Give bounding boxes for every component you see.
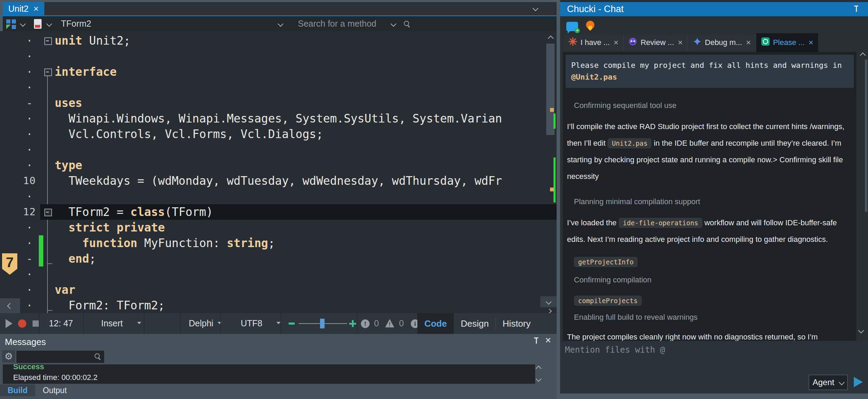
new-chat-icon[interactable]: + bbox=[566, 22, 578, 31]
gutter-marker: · bbox=[20, 33, 39, 48]
chat-tab-ihave[interactable]: I have ...× bbox=[564, 35, 623, 51]
user-message-text: Please compile my project and fix all hi… bbox=[571, 60, 848, 71]
zoom-slider-thumb[interactable] bbox=[320, 319, 325, 328]
message-line[interactable]: Elapsed time: 00:00:02.2 bbox=[13, 372, 535, 383]
gutter-marker: · bbox=[20, 282, 39, 298]
fold-collapse-icon[interactable] bbox=[44, 209, 52, 216]
flame-icon[interactable] bbox=[586, 21, 595, 32]
language-dropdown-icon[interactable] bbox=[218, 322, 222, 326]
chat-input-area[interactable]: Mention files with @ Agent bbox=[560, 341, 868, 393]
editor-scroll-right-button[interactable] bbox=[542, 309, 556, 313]
gutter-marker: · bbox=[20, 80, 39, 95]
code-editor[interactable]: ·unit Unit2;··interface·-uses· Winapi.Wi… bbox=[0, 31, 557, 313]
fold-collapse-icon[interactable] bbox=[44, 37, 52, 45]
tool-call-chip[interactable]: compileProjects bbox=[574, 296, 642, 306]
language-selector[interactable]: Delphi bbox=[189, 318, 213, 328]
encoding-dropdown-icon[interactable] bbox=[276, 322, 281, 326]
insert-mode-dropdown-icon[interactable] bbox=[137, 322, 141, 326]
chat-scrollbar[interactable] bbox=[865, 60, 867, 212]
gemini-star-icon bbox=[693, 37, 702, 48]
chat-session-tabs: I have ...×Review ...×Debug m...×Please … bbox=[564, 35, 818, 51]
pin-icon[interactable] bbox=[853, 6, 859, 12]
tool-call-chip[interactable]: getProjectInfo bbox=[574, 257, 638, 267]
tab-close-icon[interactable]: × bbox=[678, 38, 683, 47]
messages-tab-build[interactable]: Build bbox=[0, 384, 35, 396]
fold-end-tick bbox=[47, 310, 52, 311]
messages-close-icon[interactable]: × bbox=[545, 335, 551, 346]
view-tab-code[interactable]: Code bbox=[417, 313, 454, 334]
method-search-button[interactable] bbox=[404, 16, 410, 31]
chat-tab-review[interactable]: Review ...× bbox=[623, 35, 688, 51]
inline-code-chip: Unit2.pas bbox=[608, 138, 652, 148]
tab-close-icon[interactable]: × bbox=[33, 3, 38, 14]
rad-studio-window: Unit2 × TForm2 Search for a method ·unit… bbox=[0, 0, 868, 399]
chat-tab-debugm[interactable]: Debug m...× bbox=[688, 35, 756, 51]
chat-tab-label: I have ... bbox=[581, 38, 610, 47]
openai-icon bbox=[761, 37, 770, 48]
chucki-chat-panel: Chucki - Chat + I have ...×Review ...×De… bbox=[560, 0, 868, 399]
play-icon[interactable] bbox=[6, 319, 12, 328]
view-switcher: CodeDesignHistory bbox=[417, 313, 538, 334]
stop-icon[interactable] bbox=[33, 320, 39, 327]
chat-title: Chucki - Chat bbox=[567, 4, 624, 15]
messages-tab-output[interactable]: Output bbox=[35, 384, 74, 396]
code-line: 12 TForm2 = class(TForm) bbox=[0, 204, 557, 220]
diagnostic-count-value: 0 bbox=[399, 318, 404, 328]
code-text: interface bbox=[55, 64, 117, 80]
fold-collapse-icon[interactable] bbox=[44, 69, 52, 76]
file-mention[interactable]: @Unit2.pas bbox=[571, 71, 848, 83]
messages-options-button[interactable]: ⚙ bbox=[2, 350, 15, 363]
messages-list[interactable]: SuccessElapsed time: 00:00:02.2 bbox=[3, 364, 535, 384]
unit-file-button[interactable] bbox=[34, 16, 42, 31]
class-selector-chevron-icon[interactable] bbox=[278, 16, 283, 31]
message-line[interactable]: Success bbox=[13, 364, 535, 372]
editor-tab-bar: Unit2 × bbox=[0, 2, 557, 16]
code-text: type bbox=[55, 157, 82, 173]
insert-mode[interactable]: Insert bbox=[101, 318, 123, 328]
chat-scroll-up-icon[interactable] bbox=[860, 53, 866, 58]
code-text: TForm2 = class(TForm) bbox=[55, 204, 213, 220]
editor-scroll-left-button[interactable] bbox=[0, 298, 20, 313]
method-search-input[interactable]: Search for a method bbox=[298, 16, 377, 31]
view-layout-dropdown[interactable] bbox=[21, 16, 25, 31]
messages-search-input[interactable] bbox=[16, 350, 105, 363]
method-search-chevron-icon[interactable] bbox=[391, 16, 396, 31]
gear-icon: ⚙ bbox=[5, 351, 13, 362]
line-number: 12 bbox=[20, 204, 39, 220]
tab-close-icon[interactable]: × bbox=[613, 38, 618, 47]
class-selector[interactable]: TForm2 bbox=[61, 16, 91, 31]
messages-scroll-down-icon[interactable] bbox=[536, 376, 542, 382]
gutter-marker: · bbox=[20, 48, 39, 64]
editor-scroll-up-icon[interactable] bbox=[547, 34, 555, 43]
tab-unit2[interactable]: Unit2 × bbox=[3, 2, 44, 15]
send-button[interactable] bbox=[854, 377, 863, 387]
unit-file-dropdown[interactable] bbox=[47, 16, 51, 31]
search-icon bbox=[95, 353, 101, 360]
mode-selector[interactable]: Agent bbox=[809, 375, 848, 390]
robot-icon bbox=[628, 37, 637, 48]
view-tab-history[interactable]: History bbox=[496, 313, 538, 334]
module-structure-icon bbox=[6, 19, 17, 29]
chat-bottom-strip bbox=[560, 393, 868, 399]
record-icon[interactable] bbox=[18, 319, 26, 328]
zoom-out-icon[interactable] bbox=[289, 323, 295, 325]
encoding-selector[interactable]: UTF8 bbox=[241, 318, 263, 328]
view-tab-design[interactable]: Design bbox=[454, 313, 496, 334]
inline-code-chip: ide-file-operations bbox=[619, 218, 702, 228]
code-line: · Winapi.Windows, Winapi.Messages, Syste… bbox=[0, 111, 557, 126]
change-mark-orange bbox=[550, 188, 554, 191]
code-text: uses bbox=[55, 95, 82, 111]
code-text: Form2: TForm2; bbox=[55, 298, 165, 313]
tab-close-icon[interactable]: × bbox=[808, 38, 813, 47]
tab-close-icon[interactable]: × bbox=[746, 38, 751, 47]
zoom-in-icon[interactable] bbox=[349, 320, 356, 327]
chat-scroll-down-icon[interactable] bbox=[857, 326, 866, 335]
code-text: Winapi.Windows, Winapi.Messages, System.… bbox=[55, 111, 502, 126]
unit-file-icon bbox=[34, 19, 42, 29]
chat-message-area[interactable]: Please compile my project and fix all hi… bbox=[563, 52, 857, 341]
messages-scroll-up-icon[interactable] bbox=[536, 366, 542, 372]
editor-scroll-down-button[interactable] bbox=[540, 296, 557, 307]
chat-tab-please[interactable]: Please ...× bbox=[756, 33, 818, 52]
pin-icon[interactable] bbox=[533, 337, 539, 344]
view-layout-button[interactable] bbox=[6, 16, 17, 31]
